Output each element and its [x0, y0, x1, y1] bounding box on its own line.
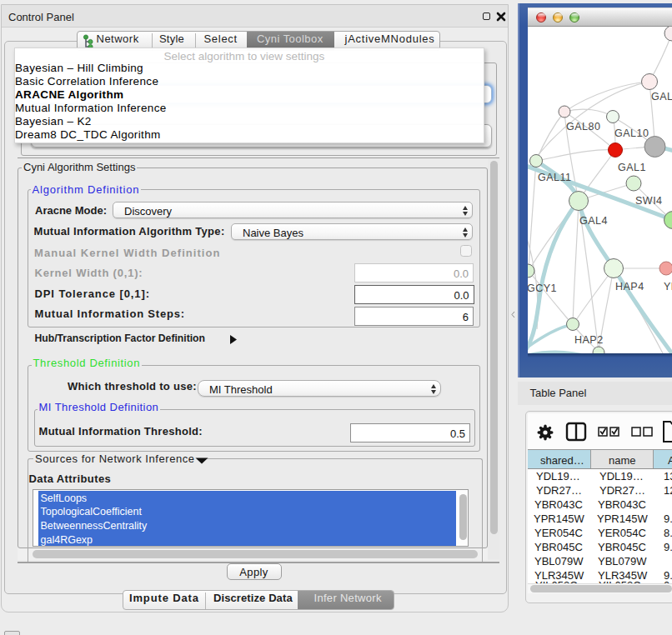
svg-text:GAL4: GAL4: [579, 215, 608, 227]
svg-text:GCY1: GCY1: [528, 282, 557, 294]
svg-text:HAP2: HAP2: [574, 334, 604, 346]
svg-text:GAL1: GAL1: [618, 162, 646, 173]
svg-text:SWI4: SWI4: [635, 195, 663, 207]
svg-text:GAL80: GAL80: [566, 121, 600, 132]
svg-text:YE: YE: [664, 281, 672, 292]
svg-text:GAL11: GAL11: [538, 172, 572, 183]
svg-text:HAP4: HAP4: [615, 281, 644, 292]
svg-text:GAL10: GAL10: [614, 128, 649, 139]
svg-text:GAL2: GAL2: [651, 91, 672, 102]
